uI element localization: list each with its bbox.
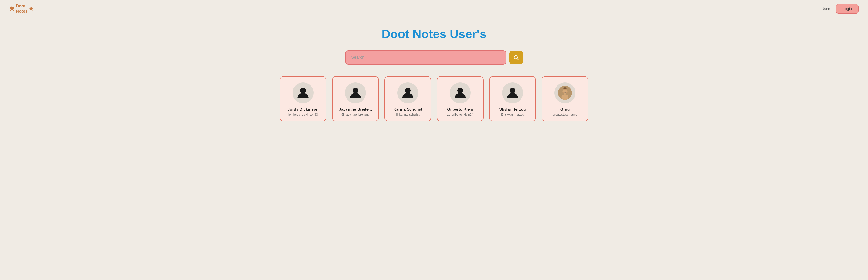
avatar	[345, 82, 366, 103]
svg-point-13	[565, 91, 566, 91]
logo-text: Doot Notes	[16, 4, 28, 14]
user-card[interactable]: Gilberto Klein1c_gilberto_klein24	[437, 76, 484, 121]
svg-point-15	[563, 92, 564, 93]
search-input[interactable]	[345, 50, 506, 65]
nav-right: Users Login	[822, 4, 859, 13]
search-button[interactable]	[509, 51, 523, 64]
user-username: gregtestusername	[553, 113, 577, 116]
svg-point-8	[510, 88, 516, 93]
svg-line-3	[517, 59, 519, 60]
main-content: Doot Notes User's Jordy Dickinsonb4_jord…	[0, 18, 868, 135]
search-container	[345, 50, 523, 65]
logo-icon-left	[9, 6, 14, 12]
user-username: b4_jordy_dickinson63	[288, 113, 318, 116]
avatar	[450, 82, 471, 103]
svg-point-7	[457, 88, 463, 93]
avatar	[554, 82, 576, 103]
nav-users-link[interactable]: Users	[822, 7, 831, 11]
svg-point-4	[300, 88, 306, 93]
user-card[interactable]: Jacynthe Breite...5j_jacynthe_breitenb	[332, 76, 379, 121]
user-username: il_karina_schulist	[396, 113, 420, 116]
user-name: Grug	[560, 107, 570, 112]
user-username: 5j_jacynthe_breitenb	[341, 113, 369, 116]
user-card[interactable]: Jordy Dickinsonb4_jordy_dickinson63	[280, 76, 327, 121]
avatar	[292, 82, 314, 103]
user-name: Jordy Dickinson	[288, 107, 318, 112]
logo-icon-right	[29, 6, 33, 11]
svg-marker-0	[9, 6, 14, 10]
page-title: Doot Notes User's	[382, 27, 487, 41]
user-name: Gilberto Klein	[447, 107, 473, 112]
avatar	[397, 82, 418, 103]
svg-marker-1	[29, 6, 33, 10]
navbar: Doot Notes Users Login	[0, 0, 868, 18]
user-username: 1c_gilberto_klein24	[447, 113, 473, 116]
svg-point-11	[561, 94, 568, 100]
user-name: Skylar Herzog	[499, 107, 526, 112]
svg-point-6	[405, 88, 411, 93]
users-grid: Jordy Dickinsonb4_jordy_dickinson63 Jacy…	[270, 76, 598, 121]
svg-rect-17	[563, 87, 566, 89]
user-card[interactable]: Karina Schulistil_karina_schulist	[384, 76, 431, 121]
user-card[interactable]: Skylar Herzogl5_skylar_herzog	[489, 76, 536, 121]
user-name: Karina Schulist	[393, 107, 422, 112]
avatar	[502, 82, 523, 103]
svg-point-16	[566, 92, 567, 93]
user-username: l5_skylar_herzog	[501, 113, 524, 116]
app-logo[interactable]: Doot Notes	[9, 4, 33, 14]
svg-point-5	[352, 88, 358, 93]
user-card[interactable]: Gruggregtestusername	[541, 76, 588, 121]
svg-point-12	[563, 91, 564, 91]
login-button[interactable]: Login	[836, 4, 859, 13]
search-icon	[513, 55, 519, 60]
user-name: Jacynthe Breite...	[339, 107, 372, 112]
